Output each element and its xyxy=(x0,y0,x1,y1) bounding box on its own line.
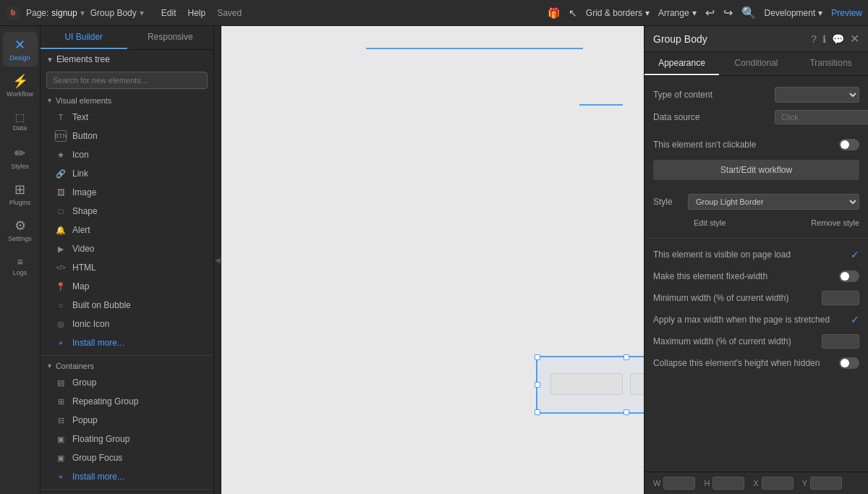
gift-icon[interactable]: 🎁 xyxy=(548,7,560,19)
search-elements-input[interactable] xyxy=(46,72,208,89)
preview-button[interactable]: Preview xyxy=(831,8,862,18)
canvas-line-top xyxy=(366,48,583,49)
group-icon: ▤ xyxy=(55,377,67,388)
x-label: X xyxy=(753,479,758,487)
max-width-stretch-checkmark: ✓ xyxy=(851,314,859,325)
divider-1 xyxy=(41,355,213,356)
element-repeating-group[interactable]: ⊞ Repeating Group xyxy=(41,392,213,411)
rp-close-icon[interactable]: ✕ xyxy=(850,32,859,46)
tab-appearance[interactable]: Appearance xyxy=(644,52,719,75)
w-input[interactable]: 320 xyxy=(663,477,695,490)
not-clickable-toggle[interactable] xyxy=(839,139,859,150)
collapse-toggle[interactable] xyxy=(839,357,859,369)
development-button[interactable]: Development ▾ xyxy=(765,8,823,18)
element-video[interactable]: ▶ Video xyxy=(41,239,213,258)
element-html[interactable]: </> HTML xyxy=(41,258,213,277)
text-icon: T xyxy=(55,111,67,123)
search-button[interactable]: 🔍 xyxy=(741,6,756,20)
sidebar-item-design[interactable]: ✕ Design xyxy=(3,32,38,67)
min-width-input[interactable]: 20 xyxy=(822,291,859,305)
element-alert[interactable]: 🔔 Alert xyxy=(41,221,213,239)
canvas[interactable] xyxy=(221,26,644,494)
sidebar-item-logs[interactable]: ≡ Logs xyxy=(3,249,38,284)
sidebar-item-styles[interactable]: ✏ Styles xyxy=(3,140,38,175)
rp-content: Type of content Data source This element… xyxy=(644,76,868,472)
element-popup[interactable]: ⊟ Popup xyxy=(41,411,213,430)
grid-borders-button[interactable]: Grid & borders ▾ xyxy=(586,8,650,18)
fixed-width-toggle[interactable] xyxy=(839,271,859,282)
canvas-element-2[interactable] xyxy=(630,373,644,395)
topbar-actions: Edit Help Saved xyxy=(161,8,242,18)
style-select[interactable]: Group Light Border xyxy=(688,194,859,210)
remove-style-link[interactable]: Remove style xyxy=(811,218,859,227)
element-floating-group[interactable]: ▣ Floating Group xyxy=(41,430,213,448)
y-input[interactable]: 0 xyxy=(810,477,842,490)
group-focus-icon: ▣ xyxy=(55,452,67,464)
undo-button[interactable]: ↩ xyxy=(705,6,715,20)
tab-responsive[interactable]: Responsive xyxy=(127,26,214,49)
section-containers[interactable]: ▼ Containers xyxy=(41,359,213,373)
elements-tree-header[interactable]: ▼ Elements tree xyxy=(41,50,213,69)
handle-tl[interactable] xyxy=(535,354,540,360)
element-built-on-bubble[interactable]: ○ Built on Bubble xyxy=(41,296,213,315)
panel-collapse-handle[interactable]: ◀ xyxy=(214,26,221,494)
group-selector[interactable]: Group Body ▾ xyxy=(90,8,144,18)
element-link[interactable]: 🔗 Link xyxy=(41,164,213,183)
style-label: Style xyxy=(653,197,682,207)
min-width-label: Minimum width (% of current width) xyxy=(653,293,816,303)
section-visual-elements[interactable]: ▼ Visual elements xyxy=(41,93,213,108)
element-group-focus[interactable]: ▣ Group Focus xyxy=(41,448,213,467)
canvas-element-1[interactable] xyxy=(550,373,623,395)
cursor-icon[interactable]: ↖ xyxy=(569,7,577,19)
element-icon[interactable]: ★ Icon xyxy=(41,145,213,164)
tab-conditional[interactable]: Conditional xyxy=(719,52,793,75)
edit-style-link[interactable]: Edit style xyxy=(694,218,726,227)
install-more-containers[interactable]: + Install more... xyxy=(41,467,213,486)
install-more-visual[interactable]: + Install more... xyxy=(41,333,213,352)
left-panel: UI Builder Responsive ▼ Elements tree ▼ … xyxy=(41,26,214,494)
canvas-inner xyxy=(221,26,644,494)
divider-2 xyxy=(41,489,213,490)
element-image[interactable]: 🖼 Image xyxy=(41,183,213,202)
group-dropdown-icon: ▾ xyxy=(140,8,144,18)
element-shape[interactable]: □ Shape xyxy=(41,202,213,221)
right-panel: Group Body ? ℹ 💬 ✕ Appearance Conditiona… xyxy=(644,26,868,494)
element-map[interactable]: 📍 Map xyxy=(41,277,213,296)
sidebar-item-plugins[interactable]: ⊞ Plugins xyxy=(3,176,38,211)
type-of-content-select[interactable] xyxy=(775,87,859,103)
sidebar-item-workflow[interactable]: ⚡ Workflow xyxy=(3,68,38,103)
sidebar-item-settings[interactable]: ⚙ Settings xyxy=(3,213,38,247)
data-icon: ⬚ xyxy=(15,111,25,123)
style-actions-row: Edit style Remove style xyxy=(644,213,868,235)
tab-transitions[interactable]: Transitions xyxy=(793,52,868,75)
h-input[interactable]: 480 xyxy=(712,477,744,490)
edit-button[interactable]: Edit xyxy=(161,8,176,18)
rp-help-icon[interactable]: ? xyxy=(811,33,817,45)
topbar-right: 🎁 ↖ Grid & borders ▾ Arrange ▾ ↩ ↪ 🔍 Dev… xyxy=(548,6,862,20)
element-list: ▼ Visual elements T Text BTN Button ★ Ic… xyxy=(41,93,213,494)
element-group[interactable]: ▤ Group xyxy=(41,373,213,392)
sidebar-item-data[interactable]: ⬚ Data xyxy=(3,104,38,139)
workflow-button[interactable]: Start/Edit workflow xyxy=(653,160,859,180)
redo-button[interactable]: ↪ xyxy=(723,6,733,20)
handle-bl[interactable] xyxy=(535,409,540,415)
arrange-button[interactable]: Arrange ▾ xyxy=(658,8,697,18)
divider-rp-1 xyxy=(644,238,868,241)
element-ionic-icon[interactable]: ◎ Ionic Icon xyxy=(41,315,213,333)
tab-ui-builder[interactable]: UI Builder xyxy=(41,26,127,49)
data-source-input[interactable] xyxy=(775,110,868,124)
x-input[interactable]: 0 xyxy=(762,477,793,490)
help-button[interactable]: Help xyxy=(187,8,205,18)
group-name: Group Body xyxy=(90,8,137,18)
page-selector[interactable]: Page: signup ▾ xyxy=(26,8,85,18)
handle-ml[interactable] xyxy=(535,382,540,388)
element-text[interactable]: T Text xyxy=(41,108,213,127)
element-button[interactable]: BTN Button xyxy=(41,127,213,145)
handle-bm[interactable] xyxy=(624,409,629,415)
rp-info-icon[interactable]: ℹ xyxy=(822,33,826,45)
handle-tm[interactable] xyxy=(624,354,629,360)
rp-chat-icon[interactable]: 💬 xyxy=(832,33,844,45)
max-width-input[interactable]: 200 xyxy=(822,334,859,349)
toggle-knob-not-clickable xyxy=(841,140,849,149)
button-icon: BTN xyxy=(55,130,67,142)
